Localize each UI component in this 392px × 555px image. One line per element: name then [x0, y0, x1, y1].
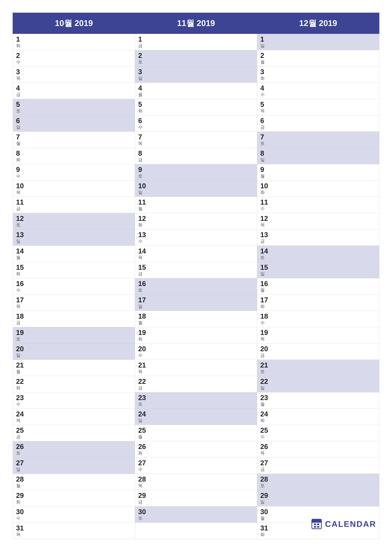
day-number: 2 — [138, 51, 142, 59]
month-header-dec: 12월 2019 — [257, 13, 379, 34]
day-cell: 22화 — [13, 376, 135, 392]
day-name: 화 — [16, 499, 21, 504]
day-cell: 26목 — [257, 441, 379, 457]
day-number: 22 — [260, 378, 268, 385]
day-cell: 5목 — [257, 99, 379, 115]
day-number: 21 — [16, 361, 24, 369]
day-name: 수 — [138, 125, 143, 130]
day-name: 금 — [260, 239, 265, 244]
day-cell: 21목 — [135, 360, 257, 376]
table-row: 20일20수20금 — [13, 343, 379, 360]
day-name: 화 — [16, 271, 21, 276]
day-number: 11 — [16, 198, 24, 206]
day-number: 8 — [260, 149, 264, 157]
day-cell: 10목 — [13, 180, 135, 197]
day-number: 16 — [260, 280, 268, 287]
table-row: 4금4월4수 — [13, 83, 379, 99]
day-name: 수 — [138, 467, 143, 472]
day-number: 17 — [260, 296, 268, 304]
day-number: 5 — [138, 101, 142, 108]
day-cell: 23월 — [257, 392, 379, 409]
day-number: 30 — [260, 508, 268, 516]
day-name: 월 — [16, 255, 21, 260]
day-cell: 14목 — [135, 246, 257, 262]
day-name: 월 — [138, 206, 143, 211]
table-row: 3목3일3화 — [13, 66, 379, 83]
day-number: 24 — [138, 410, 146, 418]
table-row: 16수16토16월 — [13, 278, 379, 294]
day-name: 목 — [16, 76, 21, 81]
day-cell: 30수 — [13, 506, 135, 523]
day-number: 29 — [260, 492, 268, 499]
day-cell: 24일 — [135, 409, 257, 425]
day-number: 1 — [138, 35, 142, 43]
day-number: 27 — [138, 459, 146, 467]
day-number: 25 — [138, 426, 146, 434]
day-name: 목 — [138, 483, 143, 488]
day-number: 16 — [138, 280, 146, 287]
day-cell: 27일 — [13, 457, 135, 474]
day-name: 금 — [16, 434, 21, 439]
day-cell: 26토 — [13, 441, 135, 457]
day-name: 목 — [16, 532, 21, 537]
day-cell: 19화 — [135, 327, 257, 343]
day-cell: 25금 — [13, 425, 135, 441]
day-name: 화 — [16, 157, 21, 162]
day-name: 수 — [260, 320, 265, 325]
day-number: 18 — [260, 312, 268, 320]
table-row: 19토19화19목 — [13, 327, 379, 343]
day-name: 금 — [16, 320, 21, 325]
day-number: 11 — [138, 198, 146, 206]
day-name: 일 — [16, 239, 21, 244]
table-row: 29화29금29일 — [13, 490, 379, 506]
day-number: 31 — [16, 524, 24, 532]
day-number: 3 — [16, 68, 20, 76]
day-cell: 29금 — [135, 490, 257, 506]
day-cell: 13일 — [13, 229, 135, 246]
day-name: 토 — [260, 141, 265, 146]
day-name: 일 — [138, 190, 143, 195]
day-cell: 5화 — [135, 99, 257, 115]
day-name: 일 — [16, 125, 21, 130]
day-number: 7 — [16, 133, 20, 141]
day-name: 화 — [138, 336, 143, 341]
day-cell: 6수 — [135, 115, 257, 131]
table-row: 9수9토9월 — [13, 164, 379, 180]
logo-container: CALENDAR — [311, 518, 376, 530]
svg-rect-6 — [317, 526, 319, 528]
day-number: 24 — [260, 410, 268, 418]
day-name: 수 — [16, 59, 21, 64]
day-number: 4 — [260, 84, 264, 92]
day-name: 목 — [260, 222, 265, 227]
day-cell: 8금 — [135, 148, 257, 164]
day-number: 13 — [260, 231, 268, 239]
day-name: 토 — [138, 59, 143, 64]
day-name: 수 — [138, 239, 143, 244]
day-number: 5 — [260, 101, 264, 108]
day-name: 월 — [16, 369, 21, 374]
day-number: 26 — [138, 443, 146, 450]
day-number: 14 — [260, 247, 268, 255]
day-cell: 17화 — [257, 294, 379, 311]
day-number: 15 — [16, 263, 24, 271]
day-name: 목 — [16, 190, 21, 195]
day-name: 토 — [260, 369, 265, 374]
day-number: 26 — [260, 443, 268, 450]
day-number: 23 — [260, 394, 268, 402]
day-cell: 21월 — [13, 360, 135, 376]
day-number: 13 — [138, 231, 146, 239]
svg-rect-5 — [314, 526, 316, 528]
logo-text: CALENDAR — [325, 519, 376, 529]
table-row: 14월14목14토 — [13, 246, 379, 262]
svg-rect-1 — [312, 519, 321, 522]
calendar-page: 10월 2019 11월 2019 12월 2019 1화1금1일2수2토2월3… — [0, 0, 392, 555]
day-name: 토 — [16, 451, 21, 455]
day-number: 19 — [16, 329, 24, 336]
day-name: 금 — [16, 92, 21, 97]
table-row: 5토5화5목 — [13, 99, 379, 115]
month-header-nov: 11월 2019 — [135, 13, 257, 34]
day-cell: 15화 — [13, 262, 135, 278]
day-name: 일 — [138, 418, 143, 423]
day-number: 11 — [260, 198, 268, 206]
day-cell: 19목 — [257, 327, 379, 343]
